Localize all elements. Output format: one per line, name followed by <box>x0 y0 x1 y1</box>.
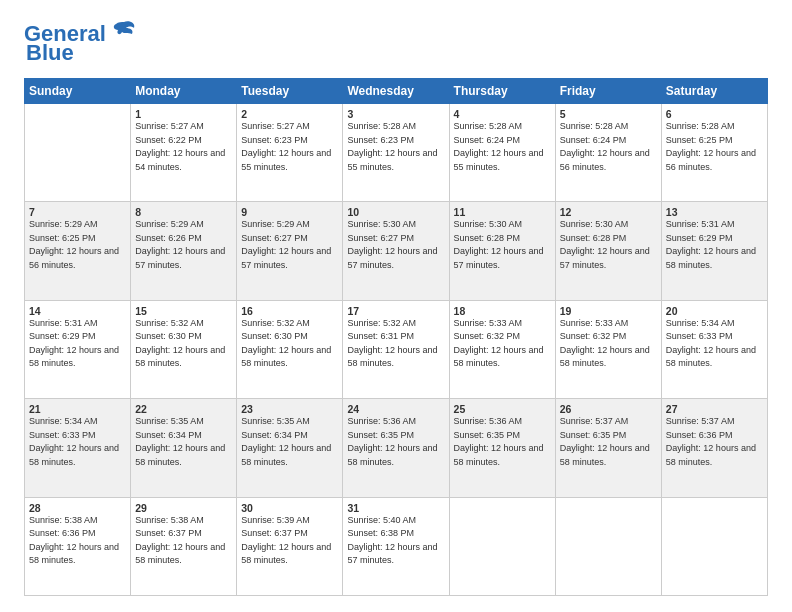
sunrise-text: Sunrise: 5:32 AM <box>135 317 232 331</box>
daylight-text: Daylight: 12 hours and 57 minutes. <box>560 245 657 272</box>
calendar-cell: 6Sunrise: 5:28 AMSunset: 6:25 PMDaylight… <box>661 104 767 202</box>
calendar-cell: 31Sunrise: 5:40 AMSunset: 6:38 PMDayligh… <box>343 497 449 595</box>
sunset-text: Sunset: 6:25 PM <box>666 134 763 148</box>
header: General Blue <box>24 20 768 66</box>
sunset-text: Sunset: 6:35 PM <box>454 429 551 443</box>
day-number: 23 <box>241 403 338 415</box>
calendar-cell: 8Sunrise: 5:29 AMSunset: 6:26 PMDaylight… <box>131 202 237 300</box>
sunrise-text: Sunrise: 5:30 AM <box>560 218 657 232</box>
page: General Blue SundayMondayTuesdayWednesda… <box>0 0 792 612</box>
day-number: 14 <box>29 305 126 317</box>
daylight-text: Daylight: 12 hours and 58 minutes. <box>241 344 338 371</box>
sunrise-text: Sunrise: 5:37 AM <box>560 415 657 429</box>
sunset-text: Sunset: 6:32 PM <box>560 330 657 344</box>
sunrise-text: Sunrise: 5:33 AM <box>454 317 551 331</box>
sunrise-text: Sunrise: 5:35 AM <box>135 415 232 429</box>
daylight-text: Daylight: 12 hours and 58 minutes. <box>347 442 444 469</box>
logo-bird-icon <box>110 16 138 48</box>
daylight-text: Daylight: 12 hours and 57 minutes. <box>241 245 338 272</box>
day-number: 10 <box>347 206 444 218</box>
sunset-text: Sunset: 6:26 PM <box>135 232 232 246</box>
calendar-cell: 18Sunrise: 5:33 AMSunset: 6:32 PMDayligh… <box>449 300 555 398</box>
daylight-text: Daylight: 12 hours and 54 minutes. <box>135 147 232 174</box>
sunset-text: Sunset: 6:33 PM <box>666 330 763 344</box>
calendar-cell <box>25 104 131 202</box>
sunrise-text: Sunrise: 5:30 AM <box>347 218 444 232</box>
day-number: 20 <box>666 305 763 317</box>
calendar-cell: 4Sunrise: 5:28 AMSunset: 6:24 PMDaylight… <box>449 104 555 202</box>
day-number: 24 <box>347 403 444 415</box>
day-number: 25 <box>454 403 551 415</box>
calendar-week-row: 1Sunrise: 5:27 AMSunset: 6:22 PMDaylight… <box>25 104 768 202</box>
sunrise-text: Sunrise: 5:31 AM <box>29 317 126 331</box>
daylight-text: Daylight: 12 hours and 55 minutes. <box>347 147 444 174</box>
daylight-text: Daylight: 12 hours and 56 minutes. <box>560 147 657 174</box>
sunrise-text: Sunrise: 5:30 AM <box>454 218 551 232</box>
day-number: 4 <box>454 108 551 120</box>
day-number: 31 <box>347 502 444 514</box>
sunset-text: Sunset: 6:24 PM <box>454 134 551 148</box>
sunrise-text: Sunrise: 5:38 AM <box>135 514 232 528</box>
daylight-text: Daylight: 12 hours and 56 minutes. <box>666 147 763 174</box>
sunrise-text: Sunrise: 5:37 AM <box>666 415 763 429</box>
daylight-text: Daylight: 12 hours and 58 minutes. <box>666 245 763 272</box>
calendar-cell: 23Sunrise: 5:35 AMSunset: 6:34 PMDayligh… <box>237 399 343 497</box>
calendar-cell: 19Sunrise: 5:33 AMSunset: 6:32 PMDayligh… <box>555 300 661 398</box>
logo: General Blue <box>24 20 138 66</box>
daylight-text: Daylight: 12 hours and 55 minutes. <box>241 147 338 174</box>
weekday-header-wednesday: Wednesday <box>343 79 449 104</box>
calendar-cell: 21Sunrise: 5:34 AMSunset: 6:33 PMDayligh… <box>25 399 131 497</box>
day-number: 30 <box>241 502 338 514</box>
calendar-week-row: 14Sunrise: 5:31 AMSunset: 6:29 PMDayligh… <box>25 300 768 398</box>
calendar-cell: 7Sunrise: 5:29 AMSunset: 6:25 PMDaylight… <box>25 202 131 300</box>
sunrise-text: Sunrise: 5:28 AM <box>454 120 551 134</box>
day-number: 6 <box>666 108 763 120</box>
daylight-text: Daylight: 12 hours and 58 minutes. <box>454 344 551 371</box>
calendar-cell: 1Sunrise: 5:27 AMSunset: 6:22 PMDaylight… <box>131 104 237 202</box>
day-number: 17 <box>347 305 444 317</box>
sunrise-text: Sunrise: 5:28 AM <box>666 120 763 134</box>
daylight-text: Daylight: 12 hours and 58 minutes. <box>29 541 126 568</box>
calendar-cell: 28Sunrise: 5:38 AMSunset: 6:36 PMDayligh… <box>25 497 131 595</box>
sunset-text: Sunset: 6:29 PM <box>29 330 126 344</box>
sunset-text: Sunset: 6:28 PM <box>560 232 657 246</box>
calendar-cell: 26Sunrise: 5:37 AMSunset: 6:35 PMDayligh… <box>555 399 661 497</box>
sunset-text: Sunset: 6:31 PM <box>347 330 444 344</box>
sunrise-text: Sunrise: 5:39 AM <box>241 514 338 528</box>
calendar-cell: 20Sunrise: 5:34 AMSunset: 6:33 PMDayligh… <box>661 300 767 398</box>
sunset-text: Sunset: 6:36 PM <box>666 429 763 443</box>
sunrise-text: Sunrise: 5:27 AM <box>135 120 232 134</box>
day-number: 7 <box>29 206 126 218</box>
day-number: 29 <box>135 502 232 514</box>
daylight-text: Daylight: 12 hours and 58 minutes. <box>135 442 232 469</box>
daylight-text: Daylight: 12 hours and 58 minutes. <box>347 344 444 371</box>
calendar-cell <box>555 497 661 595</box>
sunset-text: Sunset: 6:23 PM <box>347 134 444 148</box>
daylight-text: Daylight: 12 hours and 58 minutes. <box>135 344 232 371</box>
day-number: 15 <box>135 305 232 317</box>
daylight-text: Daylight: 12 hours and 58 minutes. <box>666 442 763 469</box>
calendar-cell: 17Sunrise: 5:32 AMSunset: 6:31 PMDayligh… <box>343 300 449 398</box>
sunset-text: Sunset: 6:29 PM <box>666 232 763 246</box>
calendar-week-row: 7Sunrise: 5:29 AMSunset: 6:25 PMDaylight… <box>25 202 768 300</box>
calendar-week-row: 21Sunrise: 5:34 AMSunset: 6:33 PMDayligh… <box>25 399 768 497</box>
weekday-header-sunday: Sunday <box>25 79 131 104</box>
calendar-cell: 9Sunrise: 5:29 AMSunset: 6:27 PMDaylight… <box>237 202 343 300</box>
sunrise-text: Sunrise: 5:32 AM <box>347 317 444 331</box>
calendar-cell: 11Sunrise: 5:30 AMSunset: 6:28 PMDayligh… <box>449 202 555 300</box>
calendar-cell: 27Sunrise: 5:37 AMSunset: 6:36 PMDayligh… <box>661 399 767 497</box>
day-number: 9 <box>241 206 338 218</box>
day-number: 12 <box>560 206 657 218</box>
daylight-text: Daylight: 12 hours and 58 minutes. <box>135 541 232 568</box>
sunrise-text: Sunrise: 5:28 AM <box>560 120 657 134</box>
daylight-text: Daylight: 12 hours and 58 minutes. <box>29 344 126 371</box>
daylight-text: Daylight: 12 hours and 57 minutes. <box>454 245 551 272</box>
weekday-header-saturday: Saturday <box>661 79 767 104</box>
calendar-cell: 14Sunrise: 5:31 AMSunset: 6:29 PMDayligh… <box>25 300 131 398</box>
sunset-text: Sunset: 6:37 PM <box>241 527 338 541</box>
weekday-header-monday: Monday <box>131 79 237 104</box>
sunset-text: Sunset: 6:27 PM <box>347 232 444 246</box>
sunrise-text: Sunrise: 5:27 AM <box>241 120 338 134</box>
sunset-text: Sunset: 6:33 PM <box>29 429 126 443</box>
sunrise-text: Sunrise: 5:38 AM <box>29 514 126 528</box>
